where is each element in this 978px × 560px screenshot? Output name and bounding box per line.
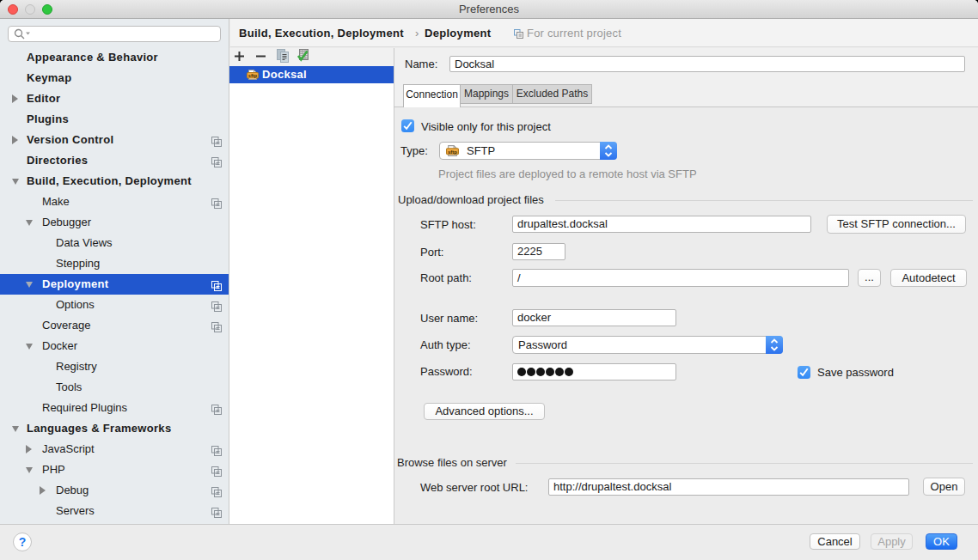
svg-text:sftp: sftp [248, 73, 258, 78]
svg-text:sftp: sftp [448, 149, 457, 155]
